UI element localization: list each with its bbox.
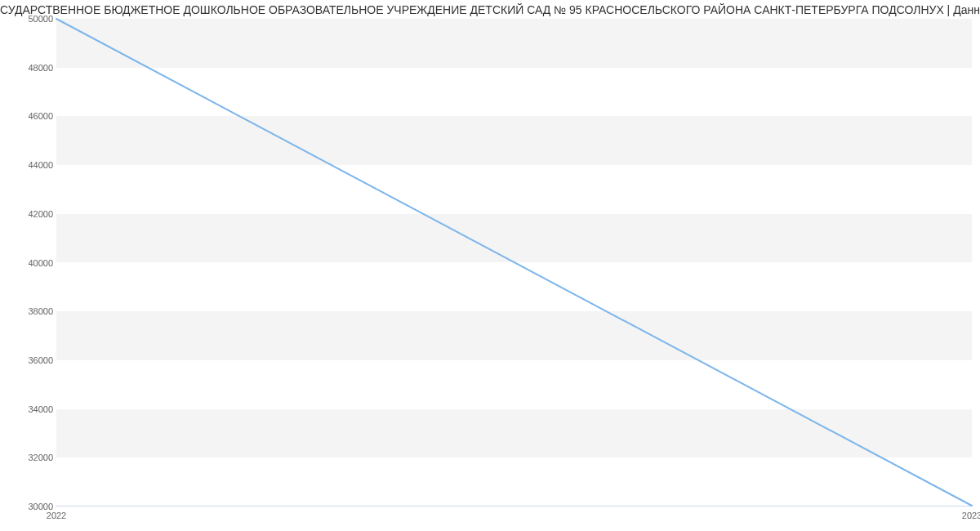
y-tick-label: 36000 <box>4 355 53 365</box>
y-tick-label: 40000 <box>4 258 53 268</box>
y-tick-label: 50000 <box>4 14 53 24</box>
y-tick-label: 48000 <box>4 63 53 73</box>
y-tick-label: 46000 <box>4 111 53 121</box>
x-tick-label: 2022 <box>47 511 66 520</box>
x-tick-label: 2023 <box>962 511 980 520</box>
chart-title: СУДАРСТВЕННОЕ БЮДЖЕТНОЕ ДОШКОЛЬНОЕ ОБРАЗ… <box>0 3 980 16</box>
y-tick-label: 34000 <box>4 404 53 414</box>
chart-container: СУДАРСТВЕННОЕ БЮДЖЕТНОЕ ДОШКОЛЬНОЕ ОБРАЗ… <box>0 0 980 531</box>
y-tick-label: 44000 <box>4 160 53 170</box>
y-tick-label: 42000 <box>4 209 53 219</box>
series-line <box>56 19 972 506</box>
chart-svg <box>56 19 972 506</box>
plot-area <box>56 19 972 506</box>
y-tick-label: 38000 <box>4 306 53 316</box>
y-tick-label: 32000 <box>4 453 53 462</box>
